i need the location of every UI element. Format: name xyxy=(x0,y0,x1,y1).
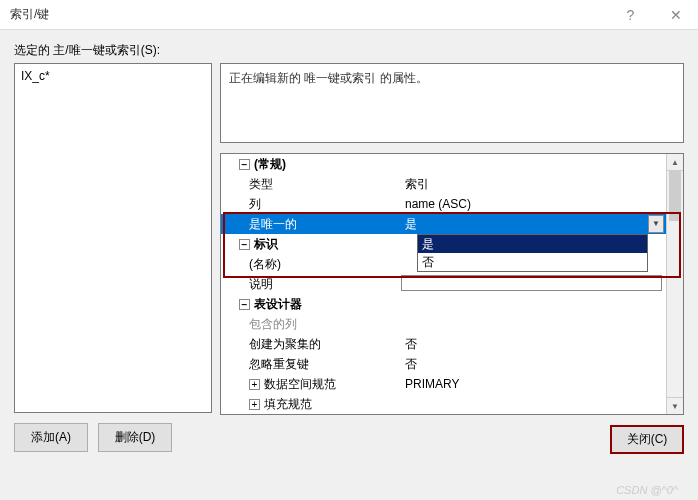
scroll-thumb[interactable] xyxy=(669,171,681,221)
list-item[interactable]: IX_c* xyxy=(21,68,205,84)
dialog-content: 选定的 主/唯一键或索引(S): IX_c* 添加(A) 删除(D) 正在编辑新… xyxy=(0,30,698,464)
watermark: CSDN @^0^ xyxy=(616,484,678,496)
dropdown-list[interactable]: 是 否 xyxy=(417,234,648,272)
prop-columns[interactable]: 列name (ASC) xyxy=(221,194,666,214)
expand-icon[interactable]: + xyxy=(249,379,260,390)
chevron-down-icon[interactable]: ▼ xyxy=(648,215,664,233)
collapse-icon[interactable]: − xyxy=(239,299,250,310)
scroll-down-icon[interactable]: ▼ xyxy=(667,397,683,414)
scrollbar[interactable]: ▲ ▼ xyxy=(666,154,683,414)
collapse-icon[interactable]: − xyxy=(239,159,250,170)
scroll-up-icon[interactable]: ▲ xyxy=(667,154,683,171)
prop-data-space[interactable]: +数据空间规范PRIMARY xyxy=(221,374,666,394)
help-button[interactable]: ? xyxy=(608,0,653,30)
dropdown-option-yes[interactable]: 是 xyxy=(418,235,647,253)
category-table-designer[interactable]: −表设计器 xyxy=(221,294,666,314)
category-general[interactable]: −(常规) xyxy=(221,154,666,174)
prop-clustered[interactable]: 创建为聚集的否 xyxy=(221,334,666,354)
unique-dropdown: −标识 是 否 xyxy=(221,234,666,254)
close-button[interactable]: 关闭(C) xyxy=(610,425,684,454)
index-listbox[interactable]: IX_c* xyxy=(14,63,212,413)
close-window-button[interactable]: ✕ xyxy=(653,0,698,30)
property-grid[interactable]: −(常规) 类型索引 列name (ASC) 是唯一的是▼ −标识 是 否 (名… xyxy=(220,153,684,415)
description-box: 正在编辑新的 唯一键或索引 的属性。 xyxy=(220,63,684,143)
prop-ignore-dup[interactable]: 忽略重复键否 xyxy=(221,354,666,374)
prop-is-unique[interactable]: 是唯一的是▼ xyxy=(221,214,666,234)
list-label: 选定的 主/唯一键或索引(S): xyxy=(14,42,684,59)
collapse-icon[interactable]: − xyxy=(239,239,250,250)
titlebar: 索引/键 ? ✕ xyxy=(0,0,698,30)
prop-included-columns[interactable]: 包含的列 xyxy=(221,314,666,334)
expand-icon[interactable]: + xyxy=(249,399,260,410)
window-title: 索引/键 xyxy=(10,6,49,23)
prop-type[interactable]: 类型索引 xyxy=(221,174,666,194)
prop-description[interactable]: 说明 xyxy=(221,274,666,294)
delete-button[interactable]: 删除(D) xyxy=(98,423,172,452)
dropdown-option-no[interactable]: 否 xyxy=(418,253,647,271)
prop-fill-spec[interactable]: +填充规范 xyxy=(221,394,666,414)
add-button[interactable]: 添加(A) xyxy=(14,423,88,452)
window-controls: ? ✕ xyxy=(608,0,698,30)
